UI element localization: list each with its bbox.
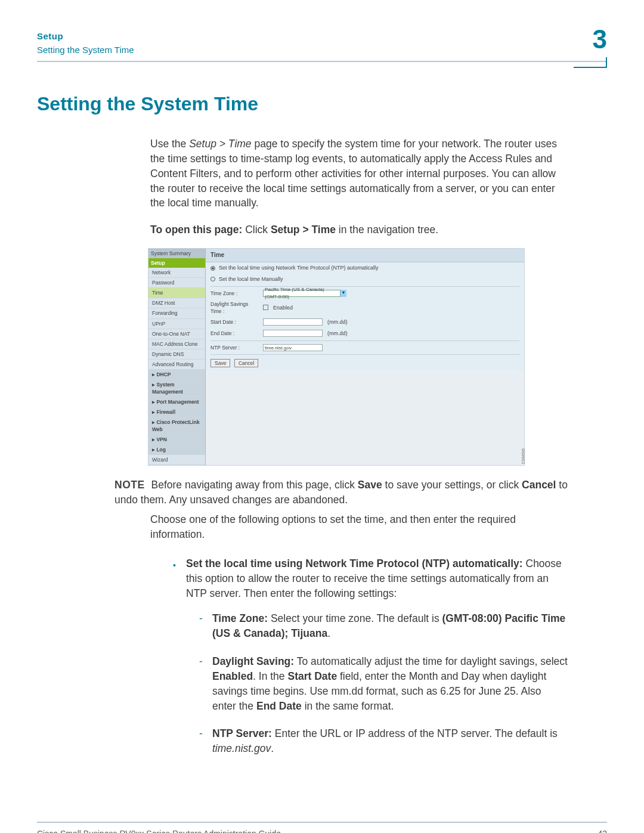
startdate-input (263, 318, 323, 326)
image-number: 199696 (520, 448, 527, 465)
ds-startdate: Start Date (287, 670, 337, 682)
page-footer: Cisco Small Business RV0xx Series Router… (37, 822, 607, 833)
footer-rule (37, 822, 607, 823)
ds-b4: in the same format. (302, 700, 394, 712)
ntp-head: NTP Server: (212, 727, 272, 739)
nav-group: ▸ Log (148, 445, 205, 455)
intro-paragraph: Use the Setup > Time page to specify the… (150, 137, 568, 210)
ntp-dot: . (271, 742, 274, 754)
open-path: Setup > Time (271, 224, 336, 236)
sub-ntp: NTP Server: Enter the URL or IP address … (199, 726, 568, 756)
nav-group: ▸ DHCP (148, 370, 205, 380)
ds-b2: . In the (253, 670, 287, 682)
nav-item: Network (148, 268, 205, 278)
nav-item: UPnP (148, 319, 205, 329)
enddate-row: End Date :(mm.dd) (206, 328, 524, 339)
tz-dot: . (327, 627, 330, 639)
ds-enddate: End Date (256, 700, 302, 712)
chapter-number: 3 (593, 26, 607, 52)
radio-icon (210, 277, 215, 281)
choose-paragraph: Choose one of the following options to s… (150, 512, 568, 542)
note-text-1: Before navigating away from this page, c… (151, 479, 358, 491)
cancel-button: Cancel (234, 359, 258, 367)
daylight-row: Daylight Savings Time :Enabled (206, 299, 524, 317)
note-label: NOTE (114, 479, 145, 491)
enddate-input (263, 330, 323, 337)
header-rule (37, 61, 607, 62)
nav-item: Dynamic DNS (148, 349, 205, 360)
chevron-down-icon: ▾ (340, 290, 346, 297)
radio-manual: Set the local time Manually (206, 274, 524, 285)
sub-timezone: Time Zone: Select your time zone. The de… (199, 611, 568, 641)
ds-head: Daylight Saving: (212, 655, 294, 667)
open-instructions: To open this page: Click Setup > Time in… (150, 222, 568, 237)
nav-system-summary: System Summary (148, 249, 205, 258)
open-rest: Click (245, 224, 271, 236)
note-text-2: to save your settings, or click (382, 479, 522, 491)
tz-head: Time Zone: (212, 612, 268, 624)
nav-item: Forwarding (148, 308, 205, 318)
nav-group: ▸ Port Management (148, 397, 205, 407)
note-cancel: Cancel (522, 479, 556, 491)
radio-icon (210, 266, 215, 271)
note-paragraph: NOTE Before navigating away from this pa… (114, 478, 568, 507)
ntp-row: NTP Server :time.nist.gov (206, 342, 524, 353)
nav-item: Advanced Routing (148, 360, 205, 370)
nav-group: ▸ Cisco ProtectLink Web (148, 417, 205, 435)
nav-setup-header: Setup (148, 258, 205, 268)
tz-body: Select your time zone. The default is (268, 612, 442, 624)
chapter-corner-ornament (574, 57, 607, 68)
nav-item-selected: Time (148, 288, 205, 298)
ntp-default: time.nist.gov (212, 742, 271, 754)
open-tail: in the navigation tree. (336, 224, 438, 236)
ntp-input: time.nist.gov (263, 344, 323, 351)
page-title: Setting the System Time (37, 93, 607, 115)
option-ntp: Set the local time using Network Time Pr… (173, 556, 568, 756)
nav-item: DMZ Host (148, 298, 205, 308)
time-page-screenshot: System Summary Setup Network Password Ti… (148, 248, 525, 466)
timezone-row: Time Zone :Pacific Time (US & Canada) (G… (206, 288, 524, 299)
startdate-row: Start Date :(mm.dd) (206, 317, 524, 328)
open-lead: To open this page: (150, 224, 245, 236)
radio-auto: Set the local time using Network Time Pr… (206, 262, 524, 274)
time-pane: Time Set the local time using Network Ti… (206, 249, 524, 370)
timezone-select: Pacific Time (US & Canada) (GMT-8:00)▾ (263, 290, 346, 297)
nav-wizard: Wizard (148, 455, 205, 465)
page-header: Setup Setting the System Time 3 (37, 31, 607, 55)
note-save: Save (358, 479, 382, 491)
footer-title: Cisco Small Business RV0xx Series Router… (37, 829, 281, 833)
nav-group: ▸ System Management (148, 380, 205, 397)
option-head: Set the local time using Network Time Pr… (186, 558, 523, 569)
intro-text-1: Use the (150, 138, 189, 150)
ds-enabled: Enabled (212, 670, 253, 682)
checkbox-icon (263, 305, 268, 310)
subsection-label: Setting the System Time (37, 45, 134, 55)
pane-title: Time (206, 249, 524, 262)
sub-daylight: Daylight Saving: To automatically adjust… (199, 654, 568, 713)
ds-b1: To automatically adjust the time for day… (294, 655, 568, 667)
nav-item: Password (148, 278, 205, 288)
nav-group: ▸ Firewall (148, 407, 205, 417)
button-row: Save Cancel (206, 356, 524, 371)
page-number: 42 (597, 829, 607, 833)
nav-tree: System Summary Setup Network Password Ti… (148, 249, 206, 465)
ntp-body: Enter the URL or IP address of the NTP s… (272, 727, 558, 739)
nav-group: ▸ VPN (148, 435, 205, 445)
intro-path: Setup > Time (189, 138, 251, 150)
nav-item: One-to-One NAT (148, 329, 205, 339)
section-label: Setup (37, 31, 134, 41)
nav-item: MAC Address Clone (148, 339, 205, 349)
save-button: Save (210, 359, 230, 367)
